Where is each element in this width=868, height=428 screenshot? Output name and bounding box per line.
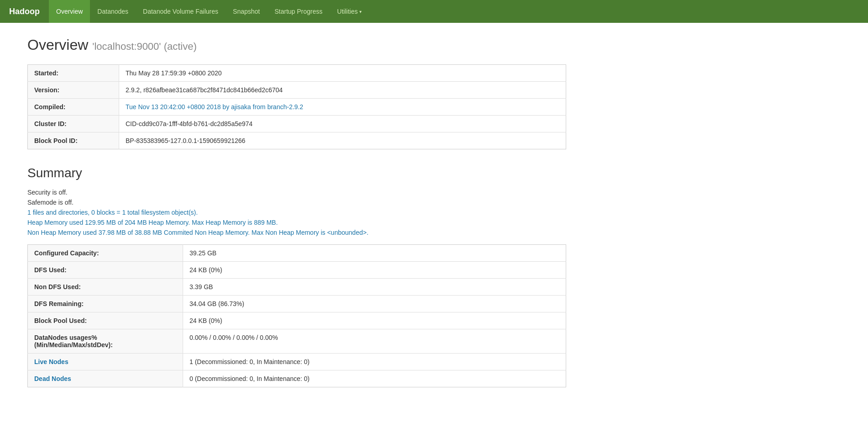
summary-line[interactable]: 1 files and directories, 0 blocks = 1 to… (27, 209, 566, 216)
info-value: CID-cdd9c07a-1fff-4bfd-b761-dc2d85a5e974 (119, 116, 566, 132)
nav-item-overview[interactable]: Overview (49, 0, 90, 23)
nav-utilities-label: Utilities (337, 8, 358, 15)
info-row: Version:2.9.2, r826afbeae31ca687bc2f8471… (28, 82, 566, 99)
summary-title: Summary (27, 166, 566, 180)
navbar: Hadoop Overview Datanodes Datanode Volum… (0, 0, 868, 23)
summary-row-label[interactable]: Live Nodes (28, 354, 183, 370)
summary-row-label: Non DFS Used: (28, 279, 183, 296)
info-label: Started: (28, 65, 119, 82)
info-label: Block Pool ID: (28, 132, 119, 149)
nav-item-datanode-volume-failures[interactable]: Datanode Volume Failures (136, 0, 226, 23)
summary-line[interactable]: Non Heap Memory used 37.98 MB of 38.88 M… (27, 229, 566, 236)
nav-item-startup-progress[interactable]: Startup Progress (267, 0, 330, 23)
summary-row-value: 34.04 GB (86.73%) (183, 296, 566, 312)
summary-line[interactable]: Heap Memory used 129.95 MB of 204 MB Hea… (27, 219, 566, 226)
summary-row: Configured Capacity:39.25 GB (28, 245, 566, 262)
summary-row-value: 24 KB (0%) (183, 312, 566, 329)
summary-row-label: Configured Capacity: (28, 245, 183, 262)
info-row: Block Pool ID:BP-835383965-127.0.0.1-159… (28, 132, 566, 149)
summary-row: Live Nodes1 (Decommissioned: 0, In Maint… (28, 354, 566, 370)
info-label: Version: (28, 82, 119, 99)
nav-item-datanodes[interactable]: Datanodes (90, 0, 136, 23)
summary-row-value: 0 (Decommissioned: 0, In Maintenance: 0) (183, 370, 566, 387)
info-value[interactable]: Tue Nov 13 20:42:00 +0800 2018 by ajisak… (119, 99, 566, 116)
summary-row-label[interactable]: Dead Nodes (28, 370, 183, 387)
info-value: Thu May 28 17:59:39 +0800 2020 (119, 65, 566, 82)
summary-text-block: Security is off.Safemode is off.1 files … (27, 189, 566, 236)
page-subtitle-text: 'localhost:9000' (active) (92, 41, 197, 52)
chevron-down-icon: ▾ (359, 9, 362, 14)
summary-row: Dead Nodes0 (Decommissioned: 0, In Maint… (28, 370, 566, 387)
nav-item-snapshot[interactable]: Snapshot (226, 0, 267, 23)
nav-brand: Hadoop (0, 0, 49, 23)
summary-row: Block Pool Used:24 KB (0%) (28, 312, 566, 329)
summary-row-label: DataNodes usages% (Min/Median/Max/stdDev… (28, 329, 183, 354)
nav-item-utilities[interactable]: Utilities ▾ (330, 0, 369, 23)
page-title-main: Overview (27, 37, 88, 53)
page-title: Overview 'localhost:9000' (active) (27, 37, 566, 53)
info-row: Compiled:Tue Nov 13 20:42:00 +0800 2018 … (28, 99, 566, 116)
summary-row: Non DFS Used:3.39 GB (28, 279, 566, 296)
info-value: BP-835383965-127.0.0.1-1590659921266 (119, 132, 566, 149)
summary-row: DataNodes usages% (Min/Median/Max/stdDev… (28, 329, 566, 354)
info-row: Started:Thu May 28 17:59:39 +0800 2020 (28, 65, 566, 82)
summary-row-value: 24 KB (0%) (183, 262, 566, 279)
info-table: Started:Thu May 28 17:59:39 +0800 2020Ve… (27, 64, 566, 149)
summary-row-value: 0.00% / 0.00% / 0.00% / 0.00% (183, 329, 566, 354)
summary-row: DFS Used:24 KB (0%) (28, 262, 566, 279)
summary-row-value: 1 (Decommissioned: 0, In Maintenance: 0) (183, 354, 566, 370)
summary-row-value: 3.39 GB (183, 279, 566, 296)
info-label: Cluster ID: (28, 116, 119, 132)
summary-table: Configured Capacity:39.25 GBDFS Used:24 … (27, 244, 566, 387)
main-content: Overview 'localhost:9000' (active) Start… (0, 23, 594, 401)
summary-row-label: DFS Remaining: (28, 296, 183, 312)
info-label: Compiled: (28, 99, 119, 116)
info-row: Cluster ID:CID-cdd9c07a-1fff-4bfd-b761-d… (28, 116, 566, 132)
summary-row-label: Block Pool Used: (28, 312, 183, 329)
info-value: 2.9.2, r826afbeae31ca687bc2f8471dc841b66… (119, 82, 566, 99)
summary-line: Security is off. (27, 189, 566, 196)
summary-row-value: 39.25 GB (183, 245, 566, 262)
summary-line: Safemode is off. (27, 199, 566, 206)
summary-row-label: DFS Used: (28, 262, 183, 279)
summary-row: DFS Remaining:34.04 GB (86.73%) (28, 296, 566, 312)
